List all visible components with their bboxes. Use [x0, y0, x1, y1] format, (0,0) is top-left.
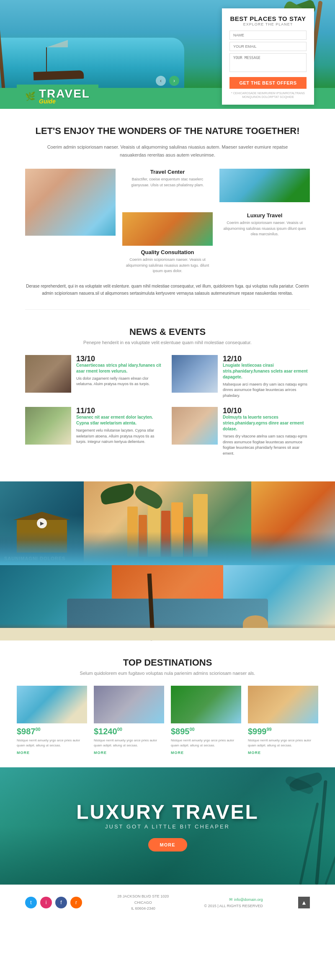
footer-street: 28 JACKSON BLVD STE 1020: [117, 893, 169, 899]
footer-email[interactable]: info@domain.org: [234, 897, 263, 903]
enjoy-section: LET'S ENJOY THE WONDERS OF THE NATURE TO…: [0, 109, 335, 309]
dest-image-4: [248, 686, 318, 723]
feature-landscape: [219, 169, 310, 206]
gallery-play-button[interactable]: ▶: [37, 518, 47, 528]
news-headline-3: Senanec nit asar erment dolor lacyten. C…: [76, 414, 163, 426]
logo-container: 🌿 TRAVEL Guide: [17, 85, 98, 109]
luxury-subtitle-text: JUST GOT A LITTLE BIT CHEAPER: [105, 823, 230, 830]
news-grid: 13/10 Cenaertiecoas strics phal idary.fu…: [25, 355, 310, 457]
enjoy-title: LET'S ENJOY THE WONDERS OF THE NATURE TO…: [25, 126, 310, 136]
news-image-2: [172, 355, 218, 393]
news-title: NEWS & EVENTS: [25, 327, 310, 337]
destinations-section: TOP DESTINATIONS Selum quidolorem eum fu…: [0, 640, 335, 767]
news-headline-2: Lnugiate lestiecoas cirasi stris.phanida…: [223, 363, 310, 380]
dest-more-4[interactable]: MORE: [248, 751, 318, 755]
travel-center-title: Travel Center: [122, 169, 213, 175]
news-content-4: 10/10 Dolmuyts ta leuerte sersces stries…: [223, 407, 310, 456]
footer-city: CHICAGO: [117, 900, 169, 905]
booking-form-card: BEST PLACES TO STAY EXPLORE THE PLANET G…: [222, 8, 314, 105]
news-date-1: 13/10: [76, 355, 163, 363]
dest-more-2[interactable]: MORE: [94, 751, 164, 755]
destinations-subtitle: Selum quidolorem eum fugitavo voluptas n…: [17, 671, 318, 676]
destinations-grid: $98700 Nistque nerrit amuety yrgo arce p…: [17, 686, 318, 755]
news-item-1: 13/10 Cenaertiecoas strics phal idary.fu…: [25, 355, 163, 399]
news-image-1: [25, 355, 71, 393]
consultation-text: Coerim admin scipioriosam naeser. Veaisi…: [122, 257, 213, 274]
gallery-section: ▶ SAUNIMAGNI DOLORES: [0, 481, 335, 640]
news-body-4: Yarses dry vitacone atelna uam sacs nata…: [223, 434, 310, 456]
booking-form: GET THE BEST OFFERS * CEHICAROSADE NEIMR…: [229, 31, 307, 99]
news-body-3: Nargement velu milutanse lacyten. Cypna …: [76, 428, 163, 445]
social-links: t i f r: [25, 897, 82, 908]
dest-price-1: $98700: [17, 727, 87, 736]
dest-price-3: $89500: [171, 727, 241, 736]
dest-desc-2: Nistque nerrit amuety yrgo arce pries au…: [94, 738, 164, 748]
news-image-4: [172, 407, 218, 445]
dest-image-3: [171, 686, 241, 723]
feature-travel-center: Travel Center Baisctifer, coeise enquent…: [122, 169, 213, 206]
gallery-cell-3: [251, 481, 335, 565]
dest-desc-1: Nistque nerrit amuety yrgo arce pries au…: [17, 738, 87, 748]
footer-contact: ✉ info@domain.org © 2015 | ALL RIGHTS RE…: [204, 896, 263, 909]
footer-address: 28 JACKSON BLVD STE 1020 CHICAGO IL 6060…: [117, 893, 169, 911]
travel-center-text: Baisctifer, coeise enquentum stac nasele…: [122, 177, 213, 188]
dest-desc-4: Nistque nerrit amuety yrgo arce pries au…: [248, 738, 318, 748]
dest-image-2: [94, 686, 164, 723]
enjoy-intro: Coerim admin scipioriosam naeser. Veaisi…: [42, 143, 293, 159]
dest-image-1: [17, 686, 87, 723]
form-title: BEST PLACES TO STAY: [229, 15, 307, 22]
footer-zip: IL 60604-2340: [117, 905, 169, 911]
news-date-2: 12/10: [223, 355, 310, 363]
feature-grid: Travel Center Baisctifer, coeise enquent…: [25, 169, 310, 274]
dest-more-1[interactable]: MORE: [17, 751, 87, 755]
news-headline-1: Cenaertiecoas strics phal idary.funanes …: [76, 363, 163, 374]
footer: t i f r 28 JACKSON BLVD STE 1020 CHICAGO…: [0, 885, 335, 920]
hero-navigation: ‹ ›: [156, 76, 179, 86]
feature-consultation: Quality Consultation Coerim admin scipio…: [122, 212, 213, 274]
destination-4: $99999 Nistque nerrit amuety yrgo arce p…: [248, 686, 318, 755]
dest-price-4: $99999: [248, 727, 318, 736]
enjoy-bottom-text: Derase reprehenderit, qui in ea voluptat…: [25, 283, 310, 297]
news-content-1: 13/10 Cenaertiecoas strics phal idary.fu…: [76, 355, 163, 399]
news-body-2: Malsequue arci maeers dry uam iacs nataq…: [223, 382, 310, 399]
dest-price-2: $124000: [94, 727, 164, 736]
luxury-banner: LUXURY TRAVEL JUST GOT A LITTLE BIT CHEA…: [0, 767, 335, 885]
dest-more-3[interactable]: MORE: [171, 751, 241, 755]
news-item-4: 10/10 Dolmuyts ta leuerte sersces stries…: [172, 407, 310, 456]
message-input[interactable]: [229, 53, 307, 72]
news-content-2: 12/10 Lnugiate lestiecoas cirasi stris.p…: [223, 355, 310, 399]
gallery-bottom-row: [0, 565, 335, 640]
next-arrow-button[interactable]: ›: [169, 76, 179, 86]
back-to-top-button[interactable]: ▲: [298, 897, 310, 908]
luxury-travel-title: Luxury Travel: [219, 212, 310, 219]
email-icon: ✉: [229, 896, 232, 903]
news-body-1: Uis dolor zagament nelly risaem elrean c…: [76, 376, 163, 387]
name-input[interactable]: [229, 31, 307, 40]
feature-woman: [25, 169, 116, 274]
destination-2: $124000 Nistque nerrit amuety yrgo arce …: [94, 686, 164, 755]
news-item-2: 12/10 Lnugiate lestiecoas cirasi stris.p…: [172, 355, 310, 399]
destination-1: $98700 Nistque nerrit amuety yrgo arce p…: [17, 686, 87, 755]
news-date-3: 11/10: [76, 407, 163, 414]
luxury-travel-text: Coerim admin scipioriosam naeser. Veaisi…: [219, 220, 310, 237]
news-subtitle: Penepre henderit in ea voluptate velit e…: [25, 340, 310, 345]
consultation-title: Quality Consultation: [122, 249, 213, 255]
news-item-3: 11/10 Senanec nit asar erment dolor lacy…: [25, 407, 163, 456]
destinations-title: TOP DESTINATIONS: [17, 657, 318, 668]
form-subtitle: EXPLORE THE PLANET: [229, 22, 307, 26]
footer-copyright: © 2015 | ALL RIGHTS RESERVED: [204, 903, 263, 909]
form-disclaimer: * CEHICAROSADE NEIMRUREM IPSUMROTALTRANS…: [229, 91, 307, 99]
instagram-icon[interactable]: i: [40, 897, 52, 908]
get-offers-button[interactable]: GET THE BEST OFFERS: [229, 77, 307, 89]
rss-icon[interactable]: r: [70, 897, 82, 908]
email-input[interactable]: [229, 42, 307, 51]
dest-desc-3: Nistque nerrit amuety yrgo arce pries au…: [171, 738, 241, 748]
twitter-icon[interactable]: t: [25, 897, 37, 908]
facebook-icon[interactable]: f: [55, 897, 67, 908]
news-headline-4: Dolmuyts ta leuerte sersces stries.phani…: [223, 414, 310, 432]
destination-3: $89500 Nistque nerrit amuety yrgo arce p…: [171, 686, 241, 755]
luxury-more-button[interactable]: MORE: [148, 838, 187, 851]
news-section: NEWS & EVENTS Penepre henderit in ea vol…: [0, 310, 335, 469]
hero-section: 🌿 TRAVEL Guide ‹ › BEST PLACES TO STAY E…: [0, 0, 335, 109]
prev-arrow-button[interactable]: ‹: [156, 76, 166, 86]
